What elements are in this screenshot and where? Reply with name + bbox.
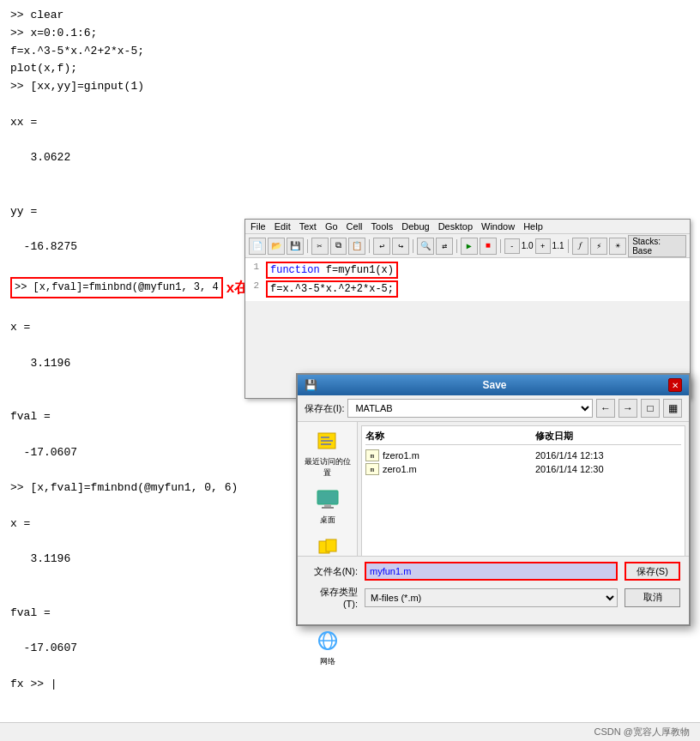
recent-label: 最近访问的位置 — [305, 456, 351, 479]
file-date-2: 2016/1/14 12:30 — [535, 464, 630, 474]
toolbar-undo-btn[interactable]: ↩ — [373, 238, 390, 255]
toolbar-redo-btn[interactable]: ↪ — [392, 238, 409, 255]
console-blank-2 — [10, 132, 427, 150]
console-blank-4 — [10, 185, 427, 203]
sidebar-desktop[interactable]: 桌面 — [314, 485, 341, 526]
filename-input[interactable] — [365, 562, 618, 581]
editor-line-1: 1 function f=myfun1(x) — [249, 262, 686, 279]
keyword-function: function — [270, 264, 326, 276]
dialog-close-btn[interactable]: ✕ — [668, 378, 682, 392]
nav-forward-btn[interactable]: → — [619, 399, 637, 418]
recent-icon — [314, 427, 341, 455]
col-name-header: 名称 — [365, 430, 535, 443]
nav-view-btn[interactable]: ▦ — [663, 399, 682, 418]
file-row-1[interactable]: m fzero1.m 2016/1/14 12:13 — [365, 449, 681, 462]
location-combo[interactable]: MATLAB — [347, 399, 593, 418]
editor-menubar: File Edit Text Go Cell Tools Debug Deskt… — [245, 220, 690, 234]
toolbar-sep-2 — [369, 239, 370, 253]
sidebar-network[interactable]: 网络 — [314, 627, 341, 667]
toolbar-copy-btn[interactable]: ⧉ — [330, 238, 347, 255]
editor-line-2: 2 f=x.^3-5*x.^2+2*x-5; — [249, 280, 686, 298]
nav-back-btn[interactable]: ← — [596, 399, 615, 418]
menu-window[interactable]: Window — [481, 221, 515, 232]
toolbar-extra1[interactable]: 𝑓 — [572, 238, 589, 255]
file-date-1: 2016/1/14 12:13 — [535, 450, 630, 461]
toolbar-open-btn[interactable]: 📂 — [268, 238, 285, 255]
console-blank-3 — [10, 167, 427, 185]
menu-desktop[interactable]: Desktop — [438, 221, 473, 232]
menu-edit[interactable]: Edit — [275, 221, 291, 232]
network-icon — [314, 627, 341, 654]
menu-text[interactable]: Text — [299, 221, 317, 232]
filetype-row: 保存类型(T): M-files (*.m) 取消 — [306, 586, 680, 609]
menu-file[interactable]: File — [250, 221, 266, 232]
file-name-1: fzero1.m — [383, 450, 535, 461]
line-number-1: 1 — [249, 262, 266, 272]
svg-rect-2 — [321, 440, 333, 442]
menu-go[interactable]: Go — [325, 221, 338, 232]
menu-cell[interactable]: Cell — [347, 221, 363, 232]
toolbar-cut-btn[interactable]: ✂ — [311, 238, 329, 255]
toolbar-paste-btn[interactable]: 📋 — [348, 238, 365, 255]
network-label: 网络 — [320, 656, 335, 667]
dialog-title-icon: 💾 — [305, 379, 317, 391]
filename-label: 文件名(N): — [306, 565, 358, 578]
console-line-2: >> x=0:0.1:6; — [10, 25, 427, 43]
svg-rect-6 — [322, 507, 334, 509]
toolbar-replace-btn[interactable]: ⇄ — [436, 238, 453, 255]
filetype-label: 保存类型(T): — [306, 586, 358, 609]
desktop-icon — [314, 485, 341, 513]
func-signature: f=myfun1(x) — [326, 264, 394, 276]
toolbar-run-btn[interactable]: ▶ — [461, 238, 478, 255]
nav-up-btn[interactable]: □ — [641, 399, 660, 418]
toolbar-sep-6 — [568, 239, 569, 253]
filename-row: 文件名(N): 保存(S) — [306, 562, 680, 581]
save-button[interactable]: 保存(S) — [625, 562, 680, 581]
menu-tools[interactable]: Tools — [371, 221, 394, 232]
dialog-title-text: Save — [482, 379, 506, 391]
toolbar-sep-1 — [307, 239, 308, 253]
console-xx-value: 3.0622 — [10, 149, 427, 167]
editor-toolbar: 📄 📂 💾 ✂ ⧉ 📋 ↩ ↪ 🔍 ⇄ ▶ ■ - 1.0 + 1.1 𝑓 ⚡ … — [245, 234, 690, 258]
menu-debug[interactable]: Debug — [401, 221, 429, 232]
toolbar-extra3[interactable]: ☀ — [609, 238, 626, 255]
console-xx-label: xx = — [10, 114, 427, 132]
filetype-select[interactable]: M-files (*.m) — [365, 588, 618, 607]
toolbar-search-btn[interactable]: 🔍 — [417, 238, 434, 255]
zoom-minus-btn[interactable]: - — [504, 238, 520, 254]
toolbar-stop-btn[interactable]: ■ — [480, 238, 497, 255]
col-size-header — [630, 430, 681, 443]
line-2-content: f=x.^3-5*x.^2+2*x-5; — [266, 280, 398, 298]
zoom-level: 1.0 — [522, 241, 534, 250]
toolbar-new-btn[interactable]: 📄 — [249, 238, 266, 255]
sidebar-recent[interactable]: 最近访问的位置 — [305, 427, 351, 479]
console-line-3: f=x.^3-5*x.^2+2*x-5; — [10, 43, 427, 61]
toolbar-extra2[interactable]: ⚡ — [590, 238, 607, 255]
line-number-2: 2 — [249, 280, 266, 291]
svg-rect-4 — [317, 491, 338, 504]
dialog-location-bar: 保存在(I): MATLAB ← → □ ▦ — [298, 395, 689, 422]
cancel-button[interactable]: 取消 — [625, 588, 680, 607]
dialog-titlebar: 💾 Save ✕ — [298, 375, 689, 395]
menu-help[interactable]: Help — [523, 221, 543, 232]
zoom-plus-btn[interactable]: + — [535, 238, 551, 254]
toolbar-sep-3 — [413, 239, 413, 253]
console-line-4: plot(x,f); — [10, 60, 427, 78]
file-list-header: 名称 修改日期 — [365, 430, 681, 445]
footer-text: CSDN @宽容人厚教物 — [594, 726, 690, 738]
file-name-2: zero1.m — [383, 464, 535, 474]
dialog-bottom: 文件名(N): 保存(S) 保存类型(T): M-files (*.m) 取消 — [298, 556, 689, 624]
file-icon-2: m — [365, 463, 379, 475]
file-icon-1: m — [365, 449, 379, 461]
editor-window: File Edit Text Go Cell Tools Debug Deskt… — [244, 219, 691, 399]
svg-rect-5 — [324, 504, 331, 507]
desktop-label: 桌面 — [320, 515, 335, 526]
editor-content[interactable]: 1 function f=myfun1(x) 2 f=x.^3-5*x.^2+2… — [245, 258, 690, 301]
file-row-2[interactable]: m zero1.m 2016/1/14 12:30 — [365, 462, 681, 476]
col-date-header: 修改日期 — [535, 430, 630, 443]
stacks-badge: Stacks: Base — [628, 235, 686, 257]
svg-rect-8 — [326, 539, 336, 551]
console-line-1: >> clear — [10, 7, 427, 25]
toolbar-save-btn[interactable]: 💾 — [287, 238, 304, 255]
console-prompt-final: fx >> | — [10, 676, 427, 694]
